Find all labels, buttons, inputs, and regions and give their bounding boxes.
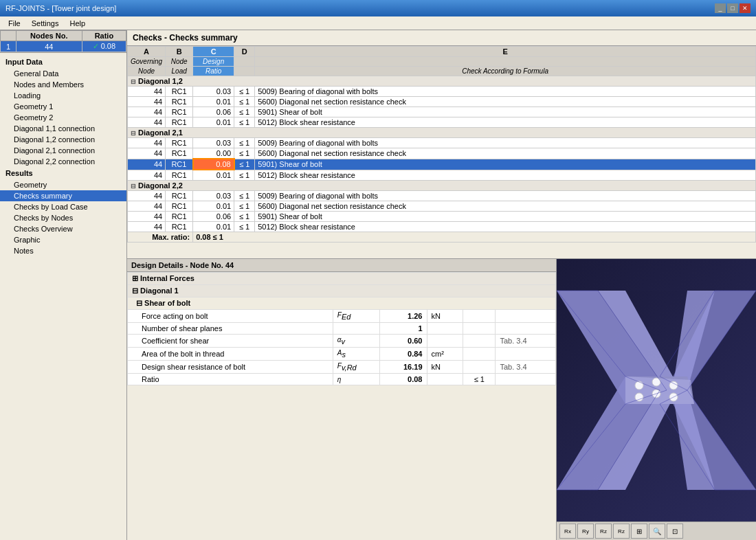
detail-cond bbox=[463, 335, 496, 348]
subheader-ratio: Ratio bbox=[193, 67, 234, 76]
cell-ratio-selected: 0.08 bbox=[193, 159, 234, 170]
details-row-planes: Number of shear planes 1 bbox=[128, 323, 556, 335]
tree-item-graphic[interactable]: Graphic bbox=[0, 234, 126, 245]
results-label: Results bbox=[0, 167, 126, 179]
tree-item-diag21[interactable]: Diagonal 2,1 connection bbox=[0, 145, 126, 156]
subheader-d bbox=[234, 57, 255, 67]
maximize-button[interactable]: □ bbox=[727, 3, 738, 13]
cell-load: RC1 bbox=[166, 117, 193, 128]
table-row[interactable]: 44 RC1 0.00 ≤ 1 5600) Diagonal net secti… bbox=[128, 148, 756, 159]
graphics-btn-rz2[interactable]: Rz bbox=[613, 524, 630, 539]
menu-help[interactable]: Help bbox=[64, 18, 91, 29]
detail-unit bbox=[427, 323, 463, 335]
tree-item-notes[interactable]: Notes bbox=[0, 245, 126, 256]
table-row[interactable]: 44 RC1 0.01 ≤ 1 5600) Diagonal net secti… bbox=[128, 201, 756, 212]
cell-load: RC1 bbox=[166, 222, 193, 232]
table-row[interactable]: 44 RC1 0.06 ≤ 1 5901) Shear of bolt bbox=[128, 212, 756, 222]
tree-item-checks-overview[interactable]: Checks Overview bbox=[0, 223, 126, 234]
graphics-btn-ry[interactable]: Ry bbox=[577, 524, 594, 539]
cell-formula: 5600) Diagonal net section resistance ch… bbox=[255, 97, 756, 107]
col-c-header: C bbox=[193, 47, 234, 57]
node-ratio: ✓ 0.08 bbox=[82, 41, 126, 52]
cell-ratio: 0.01 bbox=[193, 97, 234, 107]
top-table-area: A B C D E Governing Node Design bbox=[127, 46, 756, 259]
tree-item-geometry1[interactable]: Geometry 1 bbox=[0, 101, 126, 112]
close-button[interactable]: ✕ bbox=[740, 3, 751, 13]
checks-table-wrapper[interactable]: A B C D E Governing Node Design bbox=[127, 46, 756, 258]
tree-item-diag12[interactable]: Diagonal 1,2 connection bbox=[0, 134, 126, 145]
cell-ratio: 0.01 bbox=[193, 170, 234, 181]
details-section-internal: ⊞ Internal Forces bbox=[128, 273, 556, 285]
cell-formula: 5012) Block shear resistance bbox=[255, 222, 756, 232]
graphics-btn-grid[interactable]: ⊞ bbox=[631, 524, 647, 539]
menu-bar: File Settings Help bbox=[0, 16, 756, 30]
checks-table: A B C D E Governing Node Design bbox=[127, 46, 756, 243]
tree-item-checks-load-case[interactable]: Checks by Load Case bbox=[0, 201, 126, 212]
cell-ratio: 0.03 bbox=[193, 191, 234, 201]
cell-cond: ≤ 1 bbox=[234, 107, 255, 117]
node-num: 1 bbox=[1, 41, 16, 52]
detail-cond bbox=[463, 361, 496, 374]
table-row[interactable]: 44 RC1 0.03 ≤ 1 5009) Bearing of diagona… bbox=[128, 138, 756, 148]
cell-cond-selected: ≤ 1 bbox=[234, 159, 255, 170]
left-panel: Nodes No. Ratio 1 44 ✓ 0.08 Input D bbox=[0, 30, 127, 540]
subheader-node2: Node bbox=[128, 67, 166, 76]
cell-cond: ≤ 1 bbox=[234, 201, 255, 212]
tree-item-geometry[interactable]: Geometry bbox=[0, 179, 126, 190]
cell-cond: ≤ 1 bbox=[234, 170, 255, 181]
nodes-table: Nodes No. Ratio 1 44 ✓ 0.08 bbox=[0, 30, 126, 53]
cell-cond: ≤ 1 bbox=[234, 97, 255, 107]
detail-label: Coefficient for shear bbox=[128, 335, 333, 348]
detail-label: Force acting on bolt bbox=[128, 310, 333, 323]
cell-load-selected: RC1 bbox=[166, 159, 193, 170]
node-row[interactable]: 1 44 ✓ 0.08 bbox=[1, 41, 126, 52]
cell-node: 44 bbox=[128, 201, 166, 212]
cell-formula-selected: 5901) Shear of bolt bbox=[255, 159, 756, 170]
cell-node: 44 bbox=[128, 191, 166, 201]
table-row-selected[interactable]: 44 RC1 0.08 ≤ 1 5901) Shear of bolt bbox=[128, 159, 756, 170]
table-row[interactable]: 44 RC1 0.01 ≤ 1 5012) Block shear resist… bbox=[128, 117, 756, 128]
check-icon: ✓ bbox=[93, 42, 99, 50]
svg-point-11 bbox=[635, 381, 643, 390]
menu-settings[interactable]: Settings bbox=[26, 18, 65, 29]
graphics-btn-rx[interactable]: Rx bbox=[559, 524, 576, 539]
detail-ref: Tab. 3.4 bbox=[496, 335, 556, 348]
detail-ref bbox=[496, 323, 556, 335]
cell-ratio: 0.06 bbox=[193, 212, 234, 222]
minimize-button[interactable]: _ bbox=[715, 3, 726, 13]
tree-item-loading[interactable]: Loading bbox=[0, 90, 126, 101]
tree-nav: Input Data General Data Nodes and Member… bbox=[0, 53, 126, 540]
tree-item-diag22[interactable]: Diagonal 2,2 connection bbox=[0, 156, 126, 167]
detail-formula bbox=[333, 323, 380, 335]
cell-ratio: 0.06 bbox=[193, 107, 234, 117]
cell-cond: ≤ 1 bbox=[234, 117, 255, 128]
graphics-btn-rz[interactable]: Rz bbox=[595, 524, 612, 539]
tree-item-checks-summary[interactable]: Checks summary bbox=[0, 190, 126, 201]
subheader-design: Design bbox=[193, 57, 234, 67]
cell-formula: 5009) Bearing of diagonal with bolts bbox=[255, 87, 756, 97]
table-row[interactable]: 44 RC1 0.01 ≤ 1 5012) Block shear resist… bbox=[128, 170, 756, 181]
table-row[interactable]: 44 RC1 0.03 ≤ 1 5009) Bearing of diagona… bbox=[128, 87, 756, 97]
table-row[interactable]: 44 RC1 0.01 ≤ 1 5600) Diagonal net secti… bbox=[128, 97, 756, 107]
table-row[interactable]: 44 RC1 0.01 ≤ 1 5012) Block shear resist… bbox=[128, 222, 756, 232]
details-row-force: Force acting on bolt FEd 1.26 kN bbox=[128, 310, 556, 323]
tree-item-geometry2[interactable]: Geometry 2 bbox=[0, 112, 126, 123]
cell-node: 44 bbox=[128, 107, 166, 117]
tree-item-checks-nodes[interactable]: Checks by Nodes bbox=[0, 212, 126, 223]
tree-item-nodes-members[interactable]: Nodes and Members bbox=[0, 79, 126, 90]
cell-formula: 5012) Block shear resistance bbox=[255, 117, 756, 128]
menu-file[interactable]: File bbox=[3, 18, 26, 29]
graphics-btn-fit[interactable]: ⊡ bbox=[667, 524, 683, 539]
tree-item-diag11[interactable]: Diagonal 1,1 connection bbox=[0, 123, 126, 134]
graphics-btn-zoom[interactable]: 🔍 bbox=[649, 524, 665, 539]
table-row[interactable]: 44 RC1 0.03 ≤ 1 5009) Bearing of diagona… bbox=[128, 191, 756, 201]
checks-header: Checks - Checks summary bbox=[127, 30, 756, 46]
node-id: 44 bbox=[16, 41, 82, 52]
detail-ref bbox=[496, 310, 556, 323]
table-row[interactable]: 44 RC1 0.06 ≤ 1 5901) Shear of bolt bbox=[128, 107, 756, 117]
cell-formula: 5600) Diagonal net section resistance ch… bbox=[255, 201, 756, 212]
title-bar-controls: _ □ ✕ bbox=[715, 3, 751, 13]
cell-node: 44 bbox=[128, 148, 166, 159]
detail-unit bbox=[427, 374, 463, 385]
tree-item-general-data[interactable]: General Data bbox=[0, 68, 126, 79]
